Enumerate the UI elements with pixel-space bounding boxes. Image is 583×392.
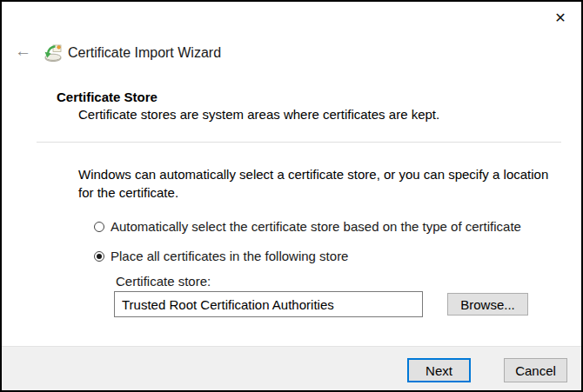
page-subtitle: Certificate stores are system areas wher… (78, 107, 439, 122)
page-heading: Certificate Store (57, 90, 157, 104)
cancel-button[interactable]: Cancel (504, 358, 567, 382)
radio-icon[interactable] (94, 222, 104, 232)
certificate-import-icon (44, 43, 63, 63)
wizard-title: Certificate Import Wizard (68, 45, 221, 61)
certificate-import-wizard-dialog: ✕ ← Certificate Import Wizard Certificat… (0, 0, 583, 392)
back-arrow-icon[interactable]: ← (15, 43, 31, 59)
intro-text: Windows can automatically select a certi… (78, 165, 553, 202)
certificate-store-input[interactable] (114, 291, 423, 317)
footer-bar (2, 346, 581, 390)
next-button[interactable]: Next (407, 358, 471, 382)
close-icon[interactable]: ✕ (551, 9, 570, 28)
header-divider (37, 142, 561, 143)
radio-place-in-store-label: Place all certificates in the following … (111, 249, 348, 263)
browse-button[interactable]: Browse... (447, 293, 528, 316)
certificate-store-label: Certificate store: (116, 274, 211, 289)
radio-icon[interactable] (94, 251, 104, 262)
radio-automatic-store-label: Automatically select the certificate sto… (111, 219, 521, 234)
radio-place-in-store[interactable]: Place all certificates in the following … (94, 249, 348, 263)
radio-automatic-store[interactable]: Automatically select the certificate sto… (94, 219, 521, 234)
